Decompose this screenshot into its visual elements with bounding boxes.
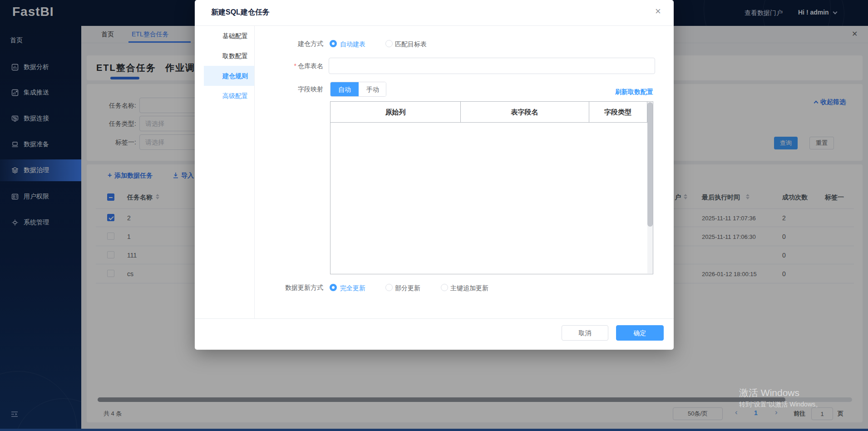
mapping-column-source: 原始列 <box>330 108 460 117</box>
refresh-fetch-config-link[interactable]: 刷新取数配置 <box>585 88 653 96</box>
cancel-button[interactable]: 取消 <box>562 325 608 341</box>
mapping-manual-segment[interactable]: 手动 <box>359 82 386 97</box>
mapping-table-scrollbar-thumb[interactable] <box>647 102 653 227</box>
watermark-line2: 转到“设置”以激活 Windows。 <box>739 401 822 409</box>
radio-label-partial-update[interactable]: 部分更新 <box>395 284 420 292</box>
mapping-column-field-name: 表字段名 <box>460 108 589 117</box>
table-name-label: *仓库表名 <box>195 62 323 70</box>
radio-match-target-table[interactable] <box>385 40 393 47</box>
field-mapping-table: 原始列 表字段名 字段类型 <box>330 101 653 274</box>
modal-title: 新建SQL建仓任务 <box>211 8 270 17</box>
mapping-auto-segment[interactable]: 自动 <box>330 82 359 97</box>
warehouse-table-name-input[interactable] <box>329 58 655 74</box>
radio-label-auto-create[interactable]: 自动建表 <box>340 40 365 49</box>
mapping-column-field-type: 字段类型 <box>589 108 647 117</box>
column-divider <box>589 102 589 123</box>
required-asterisk: * <box>294 62 296 69</box>
radio-partial-update[interactable] <box>385 284 393 291</box>
create-sql-warehouse-task-modal: 新建SQL建仓任务 × 基础配置 取数配置 建仓规则 高级配置 建仓方式 自动建… <box>195 0 674 350</box>
confirm-button[interactable]: 确定 <box>616 325 664 341</box>
window-bottom-strip <box>0 429 868 431</box>
radio-label-match-target[interactable]: 匹配目标表 <box>395 40 427 49</box>
radio-auto-create-table[interactable] <box>330 40 337 47</box>
modal-footer-divider <box>195 318 674 319</box>
radio-label-pk-append-update[interactable]: 主键追加更新 <box>450 284 488 292</box>
radio-label-full-update[interactable]: 完全更新 <box>340 284 365 292</box>
column-divider <box>460 102 461 123</box>
update-mode-label: 数据更新方式 <box>195 284 323 292</box>
mapping-table-scrollbar-track[interactable] <box>647 102 653 273</box>
watermark-line1: 激活 Windows <box>739 386 799 399</box>
mode-label: 建仓方式 <box>195 40 323 48</box>
radio-pk-append-update[interactable] <box>441 284 448 291</box>
mapping-mode-toggle: 自动 手动 <box>330 82 386 97</box>
modal-close-icon[interactable]: × <box>655 6 661 16</box>
mapping-label: 字段映射 <box>195 85 323 94</box>
radio-full-update[interactable] <box>330 284 337 291</box>
screen: FastBI 查看数据门户 Hi ! admin 首页 数据分析 集成推送 数据… <box>0 0 868 431</box>
modal-header-divider <box>195 25 674 26</box>
